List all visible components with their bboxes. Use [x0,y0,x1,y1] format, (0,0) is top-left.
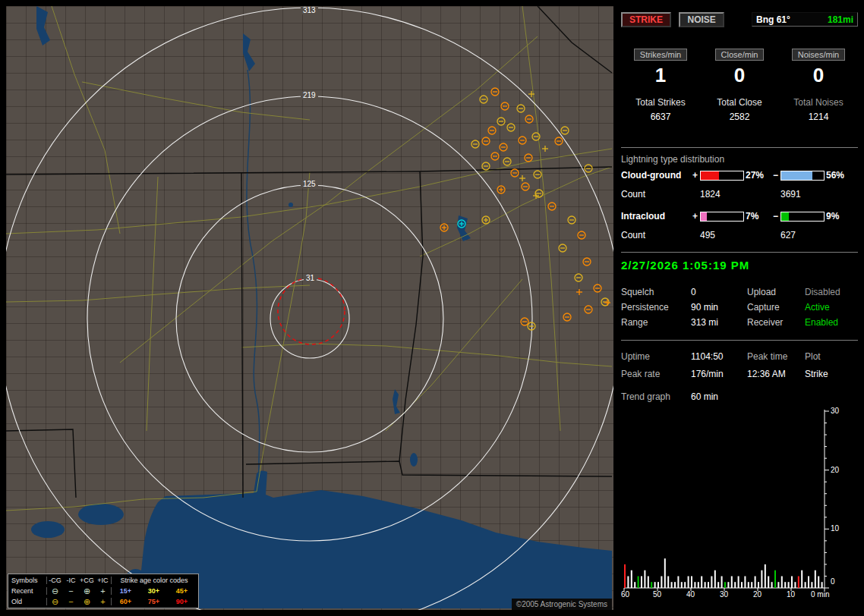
plus-sign: + [692,170,698,181]
trend-bar [661,577,662,589]
minus-sign: − [773,211,778,222]
peak-rate-label: Peak rate [621,369,660,379]
trend-bar [815,570,816,588]
trend-bar [734,582,736,588]
trend-bar [724,582,726,588]
map-legend: Symbols -CG -IC +CG +IC Strike age color… [8,574,199,608]
ic-negative-count: 627 [780,230,796,240]
cg-positive-count: 1824 [700,189,721,200]
close-per-min-value: 0 [700,64,779,87]
trend-bar [644,570,645,588]
trend-bar [805,582,806,588]
trend-bar [708,582,709,588]
close-per-min-label: Close/min [715,49,765,61]
trend-bar [674,582,676,588]
trend-bar [777,582,779,588]
trend-bar [818,577,819,589]
legend-col-nic: -IC [63,577,79,584]
trend-bar [705,582,706,588]
legend-old-row: Old ⊖ − ⊕ + 60+ 75+ 90+ [10,596,197,607]
trend-bar [691,577,692,589]
persistence-value: 90 min [691,302,718,313]
status-row-squelch: Squelch 0 Upload Disabled [621,287,858,299]
trend-bar [755,577,756,589]
trend-bar [631,570,632,588]
uptime-label: Uptime [621,351,650,362]
trend-background [621,407,858,598]
ic-negative-bar [780,212,825,222]
noise-mode-button[interactable]: NOISE [679,12,724,27]
trend-bar [794,582,796,588]
cloud-ground-count-row: Count 1824 3691 [621,189,858,200]
trend-bar [638,577,639,589]
intracloud-count-row: Count 495 627 [621,230,858,240]
total-close-value: 2582 [700,112,779,122]
side-panel: STRIKE NOISE Bng 61° 181mi Strikes/min C… [621,6,858,610]
peak-time-label: Peak time [747,351,787,362]
peak-rate-value: 176/min [691,369,724,379]
lightning-map[interactable]: 313 219 125 31 Symbols -CG -IC +CG +IC S… [6,6,613,610]
status-row-persistence: Persistence 90 min Capture Active [621,302,858,314]
pos-ic-recent-icon: + [95,587,111,595]
neg-cg-old-icon: ⊖ [47,598,63,605]
ic-negative-pct: 9% [826,211,839,222]
y-tick-30: 30 [831,407,839,415]
rate-chip-noises: Noises/min [779,47,858,61]
intracloud-label: Intracloud [621,211,665,222]
trend-bar [641,577,642,589]
upload-status: Disabled [805,287,840,297]
y-tick-20: 20 [831,466,839,474]
pos-cg-old-icon: ⊕ [79,598,95,605]
trend-bar [657,582,659,588]
age-code: 60+ [112,598,140,605]
trend-bar [744,577,746,589]
peak-time-value: 12:36 AM [747,369,786,379]
noises-per-min-label: Noises/min [792,49,845,61]
rate-chip-close: Close/min [700,47,779,61]
strike-mode-button[interactable]: STRIKE [621,12,671,27]
cg-negative-bar [780,171,825,181]
age-code: 90+ [168,598,196,605]
pos-cg-recent-icon: ⊕ [79,587,95,595]
legend-col-pic: +IC [95,577,111,584]
distance-value: 181mi [828,14,853,25]
trend-bar [774,570,776,588]
trend-bar [768,577,769,589]
plot-label: Plot [805,351,821,362]
trend-bar [791,577,793,589]
ic-positive-pct: 7% [746,211,758,222]
pos-ic-old-icon: + [95,598,111,605]
trend-bar [788,582,790,588]
range-value: 313 mi [691,317,718,328]
ic-negative-fill [781,212,789,221]
distribution-title: Lightning type distribution [621,154,724,165]
trend-bar [651,582,652,588]
cg-negative-fill [781,171,812,180]
trend-bar [731,577,733,589]
age-code: 45+ [168,587,196,595]
bearing-value: Bng 61° [756,14,790,25]
x-tick-40: 40 [686,590,695,599]
trend-bar [811,582,812,588]
squelch-label: Squelch [621,287,654,297]
trend-bar [808,577,809,589]
total-noises-label: Total Noises [779,97,858,108]
receiver-status: Enabled [805,317,838,328]
ring-label-31: 31 [304,274,317,282]
age-code: 30+ [140,587,168,595]
trend-bar [727,582,729,588]
minus-sign: − [773,170,778,181]
divider [621,252,858,253]
trend-bar [677,577,679,589]
persistence-label: Persistence [621,302,669,313]
ring-label-219: 219 [301,91,318,99]
trend-graph-label: Trend graph [621,391,670,402]
cg-negative-count: 3691 [780,189,801,200]
receiver-label: Receiver [747,317,783,328]
trend-bar [711,577,712,589]
mode-button-row: STRIKE NOISE Bng 61° 181mi [621,12,858,29]
ic-positive-fill [701,212,707,221]
plot-value: Strike [805,369,828,379]
trend-bar [758,582,759,588]
trend-bar [667,577,669,589]
